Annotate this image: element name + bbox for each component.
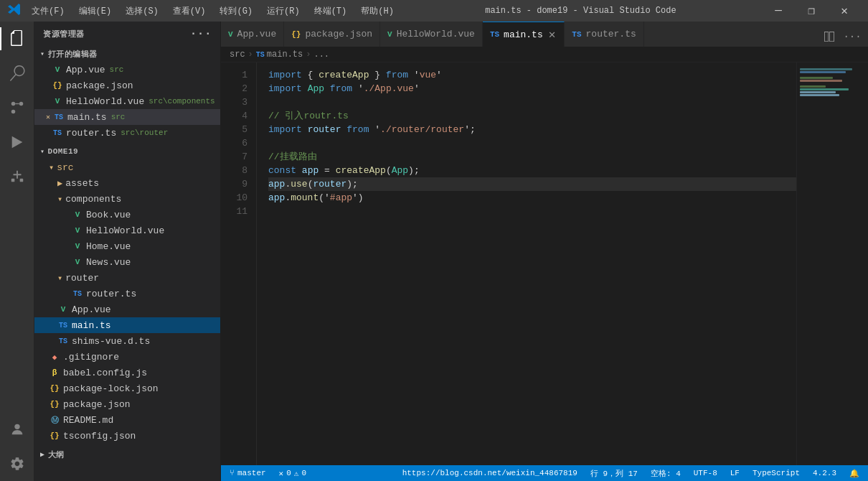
errors-status[interactable]: ✕ 0 ⚠ 0 — [276, 469, 309, 478]
sidebar-content[interactable]: ▾ 打开的编辑器 V App.vue src {} package.json V… — [34, 46, 220, 481]
account-activity-icon[interactable] — [0, 412, 34, 447]
babel-icon: β — [49, 367, 60, 378]
sidebar: 资源管理器 ··· ▾ 打开的编辑器 V App.vue src {} pack… — [34, 22, 221, 481]
warning-count: 0 — [301, 469, 306, 477]
settings-activity-icon[interactable] — [0, 447, 34, 481]
code-editor[interactable]: 1 2 3 4 5 6 7 8 9 10 11 import { createA… — [221, 62, 868, 465]
menu-goto[interactable]: 转到(G) — [214, 4, 258, 19]
file-babel-config-name: babel.config.js — [63, 368, 147, 378]
editor-area: V App.vue {} package.json V HelloWorld.v… — [221, 22, 868, 481]
tab-app-vue-label: App.vue — [237, 29, 277, 39]
search-activity-icon[interactable] — [0, 56, 34, 90]
breadcrumb-src[interactable]: src — [230, 50, 245, 60]
file-book-vue[interactable]: V Book.vue — [34, 207, 220, 223]
folder-src[interactable]: ▾ src — [34, 159, 220, 175]
menu-select[interactable]: 选择(S) — [120, 4, 164, 19]
open-editor-main-ts[interactable]: ✕ TS main.ts src — [34, 109, 220, 125]
file-main-ts[interactable]: TS main.ts — [34, 317, 220, 333]
file-readme[interactable]: Ⓜ README.md — [34, 412, 220, 428]
close-icon-main[interactable]: ✕ — [46, 113, 50, 121]
open-editor-app-vue[interactable]: V App.vue src — [34, 62, 220, 78]
file-router-ts[interactable]: TS router.ts — [34, 286, 220, 302]
language-status[interactable]: TypeScript — [750, 469, 803, 477]
folder-assets-icon: ▶ — [57, 178, 62, 189]
open-editors-label: 打开的编辑器 — [48, 49, 98, 60]
git-activity-icon[interactable] — [0, 90, 34, 125]
code-line-2: import App from './App.vue' — [268, 82, 796, 95]
more-tabs-button[interactable]: ··· — [842, 27, 862, 47]
breadcrumb-file[interactable]: TSmain.ts — [256, 50, 303, 60]
file-helloworld-vue[interactable]: V HelloWorld.vue — [34, 223, 220, 238]
folder-components[interactable]: ▾ components — [34, 191, 220, 207]
vue-icon: V — [72, 240, 83, 252]
encoding-status[interactable]: UTF-8 — [691, 469, 720, 477]
git-branch-status[interactable]: ⑂ master — [227, 469, 269, 477]
close-button[interactable]: ✕ — [828, 0, 861, 22]
folder-assets[interactable]: ▶ assets — [34, 175, 220, 191]
folder-router-icon: ▾ — [57, 273, 62, 284]
file-tsconfig[interactable]: {} tsconfig.json — [34, 428, 220, 444]
folder-router[interactable]: ▾ router — [34, 270, 220, 286]
folder-components-icon: ▾ — [57, 194, 62, 205]
file-home-vue[interactable]: V Home.vue — [34, 238, 220, 254]
open-editor-app-vue-path: src — [110, 65, 124, 74]
notifications-status[interactable]: 🔔 — [846, 469, 862, 478]
menu-file[interactable]: 文件(F) — [26, 4, 70, 19]
file-router-ts-name: router.ts — [86, 289, 136, 299]
file-package-lock[interactable]: {} package-lock.json — [34, 380, 220, 396]
indentation-status[interactable]: 空格: 4 — [648, 468, 684, 479]
tab-main-ts-close[interactable]: ✕ — [547, 27, 557, 42]
menu-edit[interactable]: 编辑(E) — [73, 4, 118, 19]
outline-section[interactable]: ▶ 大纲 — [34, 447, 220, 462]
split-editor-button[interactable] — [819, 27, 839, 47]
menu-terminal[interactable]: 终端(T) — [308, 4, 353, 19]
file-package-json[interactable]: {} package.json — [34, 396, 220, 412]
open-editor-helloworld-path: src\components — [148, 97, 214, 106]
line-ending-status[interactable]: LF — [727, 469, 742, 477]
tab-router-ts-label: router.ts — [586, 29, 636, 39]
folder-router-label: router — [65, 273, 99, 284]
maximize-button[interactable]: ❐ — [795, 0, 828, 22]
tab-main-ts[interactable]: TS main.ts ✕ — [483, 22, 565, 47]
breadcrumb-symbol[interactable]: ... — [313, 50, 329, 60]
file-shims-vue[interactable]: TS shims-vue.d.ts — [34, 333, 220, 349]
vue-icon: V — [57, 304, 69, 315]
typescript-version-status[interactable]: 4.2.3 — [810, 469, 839, 477]
tab-vue-icon: V — [387, 30, 392, 39]
menu-run[interactable]: 运行(R) — [261, 4, 306, 19]
file-babel-config[interactable]: β babel.config.js — [34, 365, 220, 380]
menu-view[interactable]: 查看(V) — [167, 4, 212, 19]
file-app-vue[interactable]: V App.vue — [34, 302, 220, 317]
file-package-json-name: package.json — [63, 399, 131, 410]
titlebar: 文件(F) 编辑(E) 选择(S) 查看(V) 转到(G) 运行(R) 终端(T… — [0, 0, 868, 22]
tab-router-ts[interactable]: TS router.ts — [565, 22, 643, 47]
file-news-vue[interactable]: V News.vue — [34, 254, 220, 270]
tab-helloworld-vue[interactable]: V HelloWorld.vue — [380, 22, 483, 47]
json-icon: {} — [49, 398, 60, 410]
open-editor-main-ts-path: src — [111, 113, 126, 121]
csdn-link[interactable]: https://blog.csdn.net/weixin_44867819 — [400, 469, 580, 477]
cursor-position[interactable]: 行 9，列 17 — [588, 468, 641, 479]
ts-icon: TS — [57, 319, 69, 331]
project-section[interactable]: ▾ DOME19 — [34, 144, 220, 159]
sidebar-more-icon[interactable]: ··· — [190, 27, 212, 40]
open-editors-chevron: ▾ — [40, 50, 45, 58]
menu-help[interactable]: 帮助(H) — [355, 4, 400, 19]
minimize-button[interactable]: — — [762, 0, 795, 22]
code-content[interactable]: import { createApp } from 'vue' import A… — [257, 62, 796, 465]
open-editor-router-ts[interactable]: TS router.ts src\router — [34, 125, 220, 141]
tab-app-vue[interactable]: V App.vue — [221, 22, 284, 47]
open-editors-section[interactable]: ▾ 打开的编辑器 — [34, 46, 220, 62]
minimap — [796, 62, 868, 465]
tab-package-json[interactable]: {} package.json — [284, 22, 380, 47]
code-line-5: import router from './router/router'; — [268, 123, 796, 136]
open-editor-helloworld[interactable]: V HelloWorld.vue src\components — [34, 93, 220, 109]
explorer-activity-icon[interactable] — [0, 22, 34, 56]
open-editor-router-ts-name: router.ts — [66, 128, 116, 139]
file-gitignore[interactable]: ◆ .gitignore — [34, 349, 220, 365]
run-activity-icon[interactable] — [0, 125, 34, 159]
open-editor-package-json[interactable]: {} package.json — [34, 78, 220, 93]
extensions-activity-icon[interactable] — [0, 159, 34, 194]
json-icon: {} — [49, 430, 60, 442]
titlebar-menu: 文件(F) 编辑(E) 选择(S) 查看(V) 转到(G) 运行(R) 终端(T… — [26, 4, 400, 19]
